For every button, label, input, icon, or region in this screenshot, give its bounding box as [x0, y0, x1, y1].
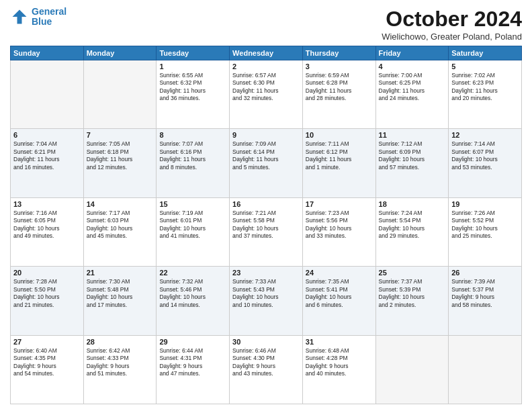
table-row: 21Sunrise: 7:30 AM Sunset: 5:48 PM Dayli…	[83, 267, 157, 335]
calendar-row: 13Sunrise: 7:16 AM Sunset: 6:05 PM Dayli…	[11, 197, 522, 266]
day-number: 28	[87, 338, 154, 346]
cell-details: Sunrise: 7:09 AM Sunset: 6:14 PM Dayligh…	[232, 140, 300, 171]
cell-details: Sunrise: 7:33 AM Sunset: 5:43 PM Dayligh…	[232, 278, 300, 309]
table-row: 25Sunrise: 7:37 AM Sunset: 5:39 PM Dayli…	[375, 267, 449, 335]
table-row: 30Sunrise: 6:46 AM Sunset: 4:30 PM Dayli…	[230, 335, 303, 404]
cell-details: Sunrise: 6:59 AM Sunset: 6:28 PM Dayligh…	[306, 72, 373, 103]
table-row: 12Sunrise: 7:14 AM Sunset: 6:07 PM Dayli…	[449, 129, 522, 197]
calendar-header-row: Sunday Monday Tuesday Wednesday Thursday…	[11, 46, 522, 60]
day-number: 13	[13, 200, 81, 208]
table-row: 28Sunrise: 6:42 AM Sunset: 4:33 PM Dayli…	[83, 335, 157, 404]
table-row: 2Sunrise: 6:57 AM Sunset: 6:30 PM Daylig…	[230, 60, 303, 129]
table-row: 19Sunrise: 7:26 AM Sunset: 5:52 PM Dayli…	[449, 197, 522, 266]
calendar-row: 20Sunrise: 7:28 AM Sunset: 5:50 PM Dayli…	[11, 267, 522, 335]
cell-details: Sunrise: 7:16 AM Sunset: 6:05 PM Dayligh…	[13, 210, 81, 240]
day-number: 8	[159, 131, 226, 139]
logo-text: General Blue	[32, 7, 66, 28]
table-row: 6Sunrise: 7:04 AM Sunset: 6:21 PM Daylig…	[11, 129, 84, 197]
day-number: 14	[87, 200, 154, 208]
table-row: 31Sunrise: 6:48 AM Sunset: 4:28 PM Dayli…	[302, 335, 375, 404]
table-row: 23Sunrise: 7:33 AM Sunset: 5:43 PM Dayli…	[230, 267, 303, 335]
day-number: 29	[159, 338, 226, 346]
cell-details: Sunrise: 7:35 AM Sunset: 5:41 PM Dayligh…	[306, 278, 373, 309]
day-number: 31	[306, 338, 373, 346]
day-number: 1	[159, 62, 226, 71]
table-row: 4Sunrise: 7:00 AM Sunset: 6:25 PM Daylig…	[375, 60, 449, 129]
cell-details: Sunrise: 6:57 AM Sunset: 6:30 PM Dayligh…	[232, 72, 300, 103]
cell-details: Sunrise: 7:21 AM Sunset: 5:58 PM Dayligh…	[232, 210, 300, 240]
table-row: 18Sunrise: 7:24 AM Sunset: 5:54 PM Dayli…	[375, 197, 449, 266]
table-row: 5Sunrise: 7:02 AM Sunset: 6:23 PM Daylig…	[449, 60, 522, 129]
day-number: 27	[13, 338, 81, 346]
table-row: 14Sunrise: 7:17 AM Sunset: 6:03 PM Dayli…	[83, 197, 157, 266]
cell-details: Sunrise: 6:44 AM Sunset: 4:31 PM Dayligh…	[159, 347, 226, 378]
calendar-table: Sunday Monday Tuesday Wednesday Thursday…	[10, 46, 522, 404]
cell-details: Sunrise: 7:32 AM Sunset: 5:46 PM Dayligh…	[159, 278, 226, 309]
day-number: 20	[13, 269, 81, 277]
cell-details: Sunrise: 7:05 AM Sunset: 6:18 PM Dayligh…	[87, 140, 154, 171]
cell-details: Sunrise: 7:39 AM Sunset: 5:37 PM Dayligh…	[451, 278, 519, 309]
location: Wielichowo, Greater Poland, Poland	[382, 32, 522, 42]
table-row: 11Sunrise: 7:12 AM Sunset: 6:09 PM Dayli…	[375, 129, 449, 197]
table-row	[83, 60, 157, 129]
cell-details: Sunrise: 7:12 AM Sunset: 6:09 PM Dayligh…	[379, 140, 446, 171]
logo-general: General	[32, 6, 66, 17]
svg-marker-0	[13, 10, 27, 24]
cell-details: Sunrise: 6:46 AM Sunset: 4:30 PM Dayligh…	[232, 347, 300, 378]
day-number: 9	[232, 131, 300, 139]
table-row: 17Sunrise: 7:23 AM Sunset: 5:56 PM Dayli…	[302, 197, 375, 266]
month-title: October 2024	[382, 7, 522, 32]
logo: General Blue	[10, 7, 66, 28]
table-row: 8Sunrise: 7:07 AM Sunset: 6:16 PM Daylig…	[157, 129, 230, 197]
day-number: 2	[232, 62, 300, 71]
cell-details: Sunrise: 6:40 AM Sunset: 4:35 PM Dayligh…	[13, 347, 81, 378]
col-monday: Monday	[83, 46, 157, 60]
cell-details: Sunrise: 7:28 AM Sunset: 5:50 PM Dayligh…	[13, 278, 81, 309]
page: General Blue October 2024 Wielichowo, Gr…	[0, 0, 532, 411]
table-row: 24Sunrise: 7:35 AM Sunset: 5:41 PM Dayli…	[302, 267, 375, 335]
cell-details: Sunrise: 7:00 AM Sunset: 6:25 PM Dayligh…	[379, 72, 446, 103]
cell-details: Sunrise: 7:23 AM Sunset: 5:56 PM Dayligh…	[306, 210, 373, 240]
day-number: 16	[232, 200, 300, 208]
day-number: 11	[379, 131, 446, 139]
day-number: 21	[87, 269, 154, 277]
title-block: October 2024 Wielichowo, Greater Poland,…	[382, 7, 522, 42]
day-number: 17	[306, 200, 373, 208]
logo-icon	[10, 7, 29, 26]
col-sunday: Sunday	[11, 46, 84, 60]
day-number: 30	[232, 338, 300, 346]
day-number: 24	[306, 269, 373, 277]
logo-blue: Blue	[32, 16, 52, 27]
cell-details: Sunrise: 7:02 AM Sunset: 6:23 PM Dayligh…	[451, 72, 519, 103]
col-friday: Friday	[375, 46, 449, 60]
cell-details: Sunrise: 7:04 AM Sunset: 6:21 PM Dayligh…	[13, 140, 81, 171]
day-number: 25	[379, 269, 446, 277]
day-number: 22	[159, 269, 226, 277]
day-number: 19	[451, 200, 519, 208]
cell-details: Sunrise: 7:17 AM Sunset: 6:03 PM Dayligh…	[87, 210, 154, 240]
cell-details: Sunrise: 6:55 AM Sunset: 6:32 PM Dayligh…	[159, 72, 226, 103]
day-number: 18	[379, 200, 446, 208]
table-row: 10Sunrise: 7:11 AM Sunset: 6:12 PM Dayli…	[302, 129, 375, 197]
day-number: 15	[159, 200, 226, 208]
calendar-row: 27Sunrise: 6:40 AM Sunset: 4:35 PM Dayli…	[11, 335, 522, 404]
calendar-row: 1Sunrise: 6:55 AM Sunset: 6:32 PM Daylig…	[11, 60, 522, 129]
day-number: 12	[451, 131, 519, 139]
col-tuesday: Tuesday	[157, 46, 230, 60]
table-row: 13Sunrise: 7:16 AM Sunset: 6:05 PM Dayli…	[11, 197, 84, 266]
day-number: 5	[451, 62, 519, 71]
table-row: 20Sunrise: 7:28 AM Sunset: 5:50 PM Dayli…	[11, 267, 84, 335]
cell-details: Sunrise: 7:37 AM Sunset: 5:39 PM Dayligh…	[379, 278, 446, 309]
day-number: 10	[306, 131, 373, 139]
day-number: 26	[451, 269, 519, 277]
cell-details: Sunrise: 7:14 AM Sunset: 6:07 PM Dayligh…	[451, 140, 519, 171]
cell-details: Sunrise: 6:48 AM Sunset: 4:28 PM Dayligh…	[306, 347, 373, 378]
day-number: 7	[87, 131, 154, 139]
header: General Blue October 2024 Wielichowo, Gr…	[10, 7, 522, 42]
table-row: 22Sunrise: 7:32 AM Sunset: 5:46 PM Dayli…	[157, 267, 230, 335]
table-row: 7Sunrise: 7:05 AM Sunset: 6:18 PM Daylig…	[83, 129, 157, 197]
col-wednesday: Wednesday	[230, 46, 303, 60]
table-row: 3Sunrise: 6:59 AM Sunset: 6:28 PM Daylig…	[302, 60, 375, 129]
day-number: 6	[13, 131, 81, 139]
table-row: 26Sunrise: 7:39 AM Sunset: 5:37 PM Dayli…	[449, 267, 522, 335]
